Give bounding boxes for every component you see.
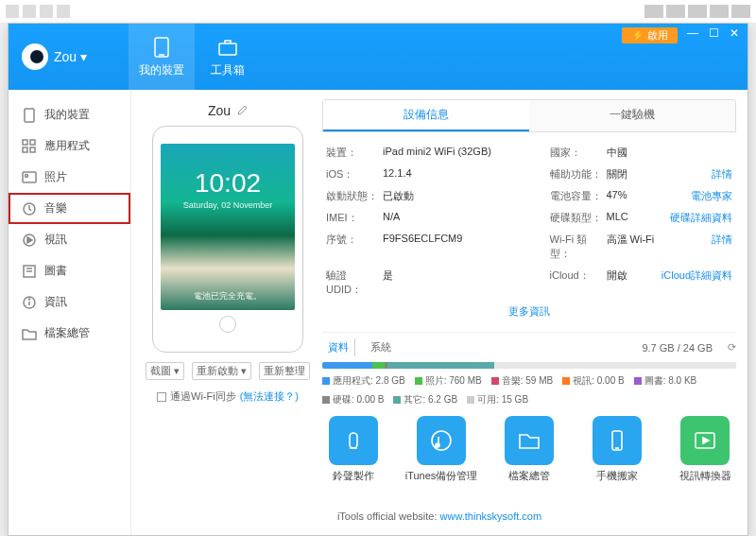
wifi-sync-label: 通過Wi-Fi同步 [170, 389, 236, 404]
book-icon [22, 264, 37, 279]
info-value: F9FS6ECLFCM9 [383, 233, 550, 261]
sidebar-item-file-manager[interactable]: 檔案總管 [9, 318, 130, 349]
sidebar: 我的裝置 應用程式 照片 音樂 視訊 圖書 資訊 檔案總管 [9, 90, 131, 535]
photo-icon [22, 170, 37, 185]
sidebar-item-info[interactable]: 資訊 [9, 286, 130, 318]
sidebar-item-label: 音樂 [44, 200, 67, 216]
svg-point-17 [29, 299, 30, 300]
info-value: iPad mini2 WiFi (32GB) [383, 146, 550, 160]
footer-text: iTools official website: [337, 510, 440, 522]
tab-device-info[interactable]: 設備信息 [323, 100, 529, 131]
music-icon [22, 201, 37, 216]
svg-rect-3 [25, 109, 34, 122]
tablet-icon [22, 108, 37, 123]
sidebar-item-label: 照片 [44, 169, 67, 185]
info-label: 國家： [550, 146, 607, 160]
close-button[interactable]: ✕ [729, 27, 740, 39]
wifi-details-link[interactable]: 詳情 [712, 233, 732, 261]
info-label: 電池容量： [550, 189, 607, 203]
maximize-button[interactable]: ☐ [708, 27, 719, 39]
tool-phone[interactable]: 手機搬家 [586, 416, 648, 483]
folder-icon [22, 326, 37, 341]
device-title: Zou [208, 103, 248, 118]
sidebar-item-music[interactable]: 音樂 [9, 193, 130, 224]
refresh-icon[interactable]: ⟳ [728, 341, 736, 354]
icloud-details-link[interactable]: iCloud詳細資料 [662, 268, 732, 297]
storage-seg [494, 362, 736, 369]
sidebar-item-videos[interactable]: 視訊 [9, 224, 130, 255]
info-label: 序號： [326, 233, 383, 261]
info-value: 47% [607, 189, 692, 203]
storage-seg [387, 362, 494, 369]
info-value: 是 [383, 268, 550, 297]
svg-rect-0 [155, 38, 168, 57]
sidebar-item-books[interactable]: 圖書 [9, 255, 130, 286]
app-logo-icon [22, 43, 48, 70]
brand[interactable]: Zou ▾ [9, 24, 100, 90]
legend-item: 硬碟: 0.00 B [322, 393, 384, 406]
tb-right-icons [644, 5, 750, 18]
tool-folder[interactable]: 檔案總管 [498, 416, 560, 483]
tool-bell[interactable]: 鈴聲製作 [322, 416, 385, 483]
footer-link[interactable]: www.thinkskysoft.com [440, 510, 542, 522]
disk-details-link[interactable]: 硬碟詳細資料 [670, 211, 732, 225]
sidebar-item-label: 資訊 [44, 294, 67, 310]
tool-music[interactable]: iTunes備份管理 [410, 416, 472, 483]
tb-left-icons [6, 5, 70, 18]
screenshot-button[interactable]: 截圖 ▾ [146, 362, 184, 380]
info-label: Wi-Fi 類型： [550, 233, 607, 261]
lock-clock: 10:02 [195, 168, 261, 199]
info-tabs: 設備信息 一鍵驗機 [322, 99, 736, 132]
tool-video[interactable]: 視訊轉換器 [674, 416, 736, 483]
music-icon [417, 416, 466, 465]
footer: iTools official website: www.thinkskysof… [143, 505, 736, 531]
sidebar-item-apps[interactable]: 應用程式 [9, 130, 130, 162]
svg-point-18 [432, 431, 451, 450]
tool-label: 檔案總管 [508, 469, 550, 483]
sidebar-item-label: 我的裝置 [44, 107, 90, 123]
legend-item: 應用程式: 2.8 GB [322, 374, 405, 388]
header-tab-toolbox[interactable]: 工具箱 [195, 24, 261, 90]
info-label: iCloud： [550, 268, 607, 297]
account-menu[interactable]: Zou ▾ [54, 49, 87, 64]
storage-section: 資料 系統 9.7 GB / 24 GB ⟳ 應用程式: 2.8 GB照片: 7… [322, 332, 736, 406]
main-panel: Zou 10:02 Saturday, 02 November 電池已完全充電。… [131, 90, 747, 535]
sidebar-item-my-devices[interactable]: 我的裝置 [9, 99, 130, 130]
info-value: MLC [607, 211, 671, 225]
device-preview-column: Zou 10:02 Saturday, 02 November 電池已完全充電。… [143, 99, 313, 495]
storage-legend: 應用程式: 2.8 GB照片: 760 MB音樂: 59 MB視訊: 0.00 … [322, 374, 736, 406]
sidebar-item-photos[interactable]: 照片 [9, 162, 130, 193]
battery-expert-link[interactable]: 電池專家 [691, 189, 732, 203]
os-titlebar [0, 0, 756, 23]
svg-rect-2 [219, 43, 236, 55]
wifi-sync-help-link[interactable]: (無法連接？) [240, 389, 299, 404]
svg-rect-7 [30, 147, 35, 152]
svg-point-19 [436, 443, 439, 447]
refresh-button[interactable]: 重新整理 [259, 362, 310, 380]
minimize-button[interactable]: — [687, 27, 698, 39]
lock-charged: 電池已完全充電。 [194, 290, 262, 303]
sidebar-item-label: 圖書 [44, 263, 67, 279]
folder-icon [505, 416, 554, 465]
svg-rect-6 [23, 147, 27, 152]
activate-button[interactable]: ⚡ 啟用 [622, 27, 678, 43]
grid-icon [22, 139, 37, 154]
info-icon [22, 295, 37, 310]
app-header: Zou ▾ 我的裝置 工具箱 ⚡ 啟用 — ☐ ✕ [9, 24, 747, 90]
header-tab-my-devices[interactable]: 我的裝置 [129, 24, 195, 90]
storage-total: 9.7 GB / 24 GB [642, 342, 713, 354]
legend-item: 視訊: 0.00 B [562, 374, 624, 388]
sidebar-item-label: 應用程式 [44, 138, 90, 154]
svg-rect-5 [30, 140, 35, 145]
details-link[interactable]: 詳情 [712, 167, 732, 182]
wifi-sync-checkbox[interactable] [157, 392, 166, 402]
reboot-button[interactable]: 重新啟動 ▾ [192, 362, 251, 380]
more-info-link[interactable]: 更多資訊 [322, 301, 736, 322]
storage-tab-system[interactable]: 系統 [365, 338, 397, 356]
storage-seg [322, 362, 372, 369]
app-window: Zou ▾ 我的裝置 工具箱 ⚡ 啟用 — ☐ ✕ 我的裝置 應用程式 照片 音… [8, 23, 748, 536]
edit-icon[interactable] [236, 105, 248, 116]
storage-tab-data[interactable]: 資料 [322, 338, 355, 356]
tab-one-click-check[interactable]: 一鍵驗機 [529, 100, 735, 131]
info-value: 開啟 [607, 268, 662, 297]
